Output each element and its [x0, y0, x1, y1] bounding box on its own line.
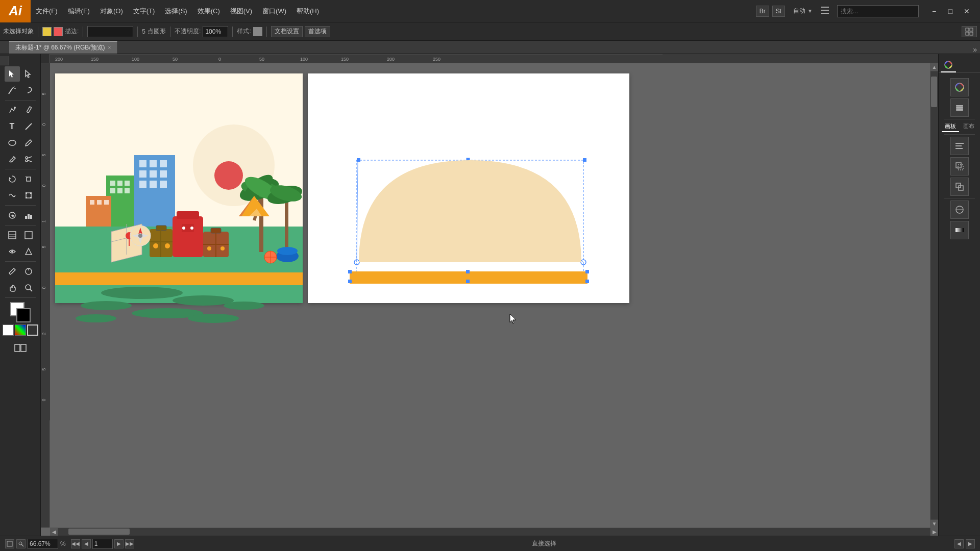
svg-rect-43: [15, 344, 20, 352]
perspective-grid-tool[interactable]: [21, 244, 36, 259]
menu-text[interactable]: 文字(T): [128, 0, 160, 22]
preferences-btn[interactable]: 首选项: [305, 26, 330, 37]
nav-next-btn[interactable]: ▶: [114, 539, 124, 548]
background-color[interactable]: [16, 308, 31, 322]
maximize-button[interactable]: □: [942, 5, 959, 17]
menu-object[interactable]: 对象(O): [95, 0, 128, 22]
slice-tool[interactable]: [5, 228, 20, 243]
artboard-nav-status: ◀ ▶: [954, 539, 975, 548]
svg-rect-91: [110, 181, 115, 186]
layers-btn[interactable]: [950, 98, 969, 117]
artboard-next-btn[interactable]: ▶: [966, 539, 975, 548]
menu-window[interactable]: 窗口(W): [257, 0, 291, 22]
none-swatch[interactable]: [27, 324, 38, 336]
zoom-input[interactable]: [28, 539, 58, 549]
tab-close-button[interactable]: ×: [108, 45, 111, 51]
color-panel-btn[interactable]: [950, 201, 969, 219]
active-document-tab[interactable]: 未标题-1* @ 66.67% (RGB/预览) ×: [9, 41, 117, 54]
menu-select[interactable]: 选择(S): [160, 0, 192, 22]
canvas-scroll-area[interactable]: [50, 63, 930, 528]
horizontal-scrollbar[interactable]: ◀ ▶: [50, 528, 938, 536]
arrange-btn[interactable]: [962, 26, 977, 37]
scroll-left-btn[interactable]: ◀: [50, 528, 58, 536]
svg-rect-83: [160, 160, 167, 167]
zoom-link-btn[interactable]: [16, 539, 26, 548]
scroll-down-btn[interactable]: ▼: [930, 519, 938, 528]
column-graph-tool[interactable]: [21, 208, 36, 223]
tool-divider-5: [5, 261, 36, 262]
right-panel-icons: 画板 画布: [940, 75, 979, 242]
paint-bucket-tool[interactable]: [5, 152, 20, 167]
lasso-tool[interactable]: [21, 83, 36, 98]
br-button[interactable]: Br: [756, 6, 769, 17]
stroke-color-swatch[interactable]: [54, 27, 63, 36]
page-input[interactable]: [92, 539, 113, 549]
stroke-input[interactable]: [87, 26, 133, 37]
scroll-thumb-h[interactable]: [68, 529, 130, 535]
minimize-button[interactable]: −: [926, 5, 942, 17]
scale-tool[interactable]: [21, 171, 36, 187]
svg-point-136: [277, 247, 298, 255]
scroll-up-btn[interactable]: ▲: [930, 63, 938, 71]
artboard-right: [308, 73, 629, 303]
svg-point-120: [165, 243, 170, 248]
ellipse-tool[interactable]: [5, 135, 20, 151]
color-mode-swatches: [3, 324, 38, 336]
workspace-dropdown[interactable]: 自动: [793, 7, 805, 15]
style-swatch[interactable]: [253, 27, 262, 36]
type-tool[interactable]: T: [5, 119, 20, 134]
warp-tool[interactable]: [5, 188, 20, 203]
scroll-right-btn[interactable]: ▶: [930, 528, 938, 536]
menu-edit[interactable]: 编辑(E): [63, 0, 95, 22]
properties-btn[interactable]: [950, 78, 969, 96]
canvas-tab-btn[interactable]: 画布: [960, 121, 977, 132]
doc-settings-btn[interactable]: 文档设置: [271, 26, 303, 37]
search-input[interactable]: [837, 5, 919, 17]
3d-tool[interactable]: [21, 228, 36, 243]
symbol-sprayer-tool[interactable]: ★: [5, 208, 20, 223]
vertical-scrollbar[interactable]: ▲ ▼: [930, 63, 938, 528]
close-button[interactable]: ✕: [959, 5, 975, 17]
hand-tool[interactable]: [5, 280, 20, 295]
fill-color-swatch[interactable]: [42, 27, 52, 36]
opacity-input[interactable]: [203, 26, 228, 37]
zoom-tool[interactable]: [21, 280, 36, 295]
direct-select-tool[interactable]: [21, 66, 36, 82]
panel-tab-color[interactable]: [941, 59, 956, 72]
menu-effect[interactable]: 效果(C): [192, 0, 225, 22]
mesh-tool[interactable]: [5, 244, 20, 259]
tool-row-symbol: ★: [5, 208, 36, 223]
st-button[interactable]: St: [772, 6, 785, 17]
gradient-panel-btn[interactable]: [950, 221, 969, 239]
color-swatch-btn[interactable]: [15, 324, 26, 336]
scissors-tool[interactable]: [21, 152, 36, 167]
tab-expand-btn[interactable]: »: [970, 45, 980, 54]
svg-rect-26: [26, 197, 27, 198]
rotate-tool[interactable]: [5, 171, 20, 187]
menu-help[interactable]: 帮助(H): [291, 0, 324, 22]
pathfinder-btn[interactable]: [950, 178, 969, 196]
align-btn[interactable]: [950, 137, 969, 155]
transform-btn[interactable]: [950, 157, 969, 176]
magic-wand-tool[interactable]: [5, 83, 20, 98]
nav-last-btn[interactable]: ▶▶: [125, 539, 134, 548]
app-logo: Ai: [0, 0, 31, 22]
brush-tool[interactable]: [21, 135, 36, 151]
eyedropper-tool[interactable]: [5, 264, 20, 279]
line-tool[interactable]: [21, 119, 36, 134]
select-tool[interactable]: [5, 66, 20, 82]
nav-prev-btn[interactable]: ◀: [82, 539, 91, 548]
menu-file[interactable]: 文件(F): [31, 0, 63, 22]
free-transform-tool[interactable]: [21, 188, 36, 203]
menu-view[interactable]: 视图(V): [225, 0, 257, 22]
artboard-tab-btn[interactable]: 画板: [942, 121, 959, 132]
pen-tool[interactable]: [5, 103, 20, 118]
white-swatch[interactable]: [3, 324, 14, 336]
measure-tool[interactable]: [21, 264, 36, 279]
artboard-prev-btn[interactable]: ◀: [954, 539, 964, 548]
tool-divider-6: [5, 297, 36, 298]
artboard-nav-tool[interactable]: [10, 340, 31, 356]
pencil-tool[interactable]: [21, 103, 36, 118]
scroll-thumb-v[interactable]: [931, 77, 937, 107]
nav-first-btn[interactable]: ◀◀: [71, 539, 80, 548]
